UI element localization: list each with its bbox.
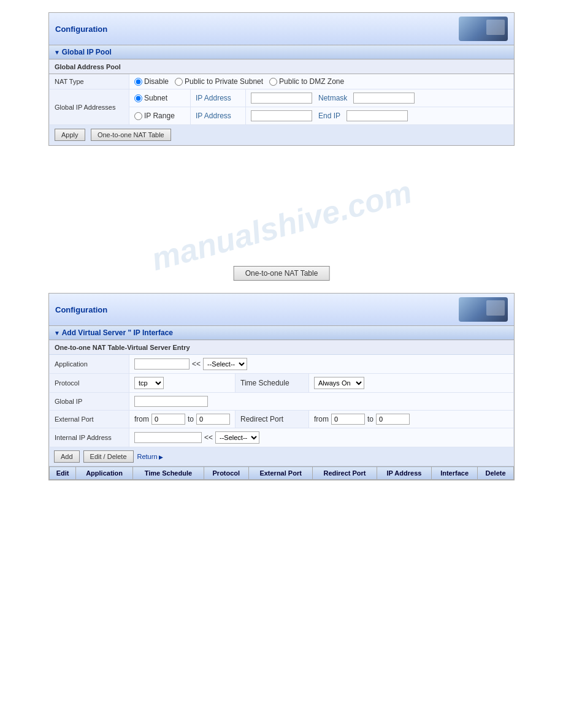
redirect-port-value-cell: from to [309, 411, 514, 428]
add-button[interactable]: Add [54, 450, 80, 463]
vs-subtitle: One-to-one NAT Table-Virtual Server Entr… [55, 344, 190, 351]
nat-type-radio-group: Disable Public to Private Subnet Public … [134, 77, 508, 86]
time-schedule-value-cell: Always On Schedule 1 Schedule 2 [309, 374, 514, 393]
table-header-row: Global Address Pool [50, 60, 514, 74]
external-port-label-cell: External Port [50, 411, 129, 428]
section-header-2: Add Virtual Server " IP Interface [49, 326, 514, 340]
application-label-cell: Application [50, 355, 129, 374]
radio-disable-input[interactable] [134, 78, 142, 86]
redirect-port-to-input[interactable] [376, 414, 410, 425]
config-header-2: Configuration [49, 294, 514, 326]
application-value-cell: << --Select-- [129, 355, 514, 374]
col-delete: Delete [478, 467, 514, 480]
nat-table-button-1[interactable]: One-to-one NAT Table [91, 129, 171, 141]
subnet-ip-netmask-cell: Netmask [246, 89, 514, 107]
ports-row: External Port from to Redirect Port from [50, 411, 514, 428]
col-edit: Edit [50, 467, 76, 480]
internal-ip-input[interactable] [134, 432, 202, 443]
internal-ip-select[interactable]: --Select-- [215, 431, 259, 444]
config-header-icon-1 [459, 17, 508, 41]
nat-type-label-cell: NAT Type [50, 74, 129, 89]
global-ip-label-cell-2: Global IP [50, 393, 129, 411]
application-input[interactable] [134, 358, 190, 370]
subnet-radio-cell: Subnet [129, 89, 191, 107]
radio-public-dmz-input[interactable] [269, 78, 277, 86]
watermark-container: manualshive.com One-to-one NAT Table [48, 158, 515, 293]
watermark-text: manualshive.com [147, 173, 415, 278]
config-header-1: Configuration [49, 13, 514, 45]
apply-row: Apply One-to-one NAT Table [50, 125, 514, 145]
ip-address-label-cell-1: IP Address [191, 89, 246, 107]
radio-disable[interactable]: Disable [134, 77, 169, 86]
redirect-port-label-cell: Redirect Port [236, 411, 309, 428]
protocol-time-row: Protocol tcp udp both Time Schedule Alwa… [50, 374, 514, 393]
redirect-port-group: from to [314, 414, 508, 425]
results-table-header-row: Edit Application Time Schedule Protocol … [50, 467, 514, 480]
subnet-radio-input[interactable] [134, 94, 142, 102]
ip-range-start-input[interactable] [251, 110, 312, 121]
apply-button[interactable]: Apply [55, 129, 85, 141]
time-schedule-select[interactable]: Always On Schedule 1 Schedule 2 [314, 377, 364, 389]
ip-range-inputs-cell: End IP [246, 107, 514, 125]
radio-public-private-input[interactable] [175, 78, 183, 86]
subnet-ip-input[interactable] [251, 93, 312, 104]
config-title-2: Configuration [55, 305, 107, 314]
page-wrapper: Configuration Global IP Pool Global Addr… [0, 0, 563, 728]
config-header-icon-2 [459, 297, 508, 322]
vs-subtitle-row: One-to-one NAT Table-Virtual Server Entr… [50, 341, 514, 355]
application-row: Application << --Select-- [50, 355, 514, 374]
radio-public-dmz[interactable]: Public to DMZ Zone [269, 77, 344, 86]
global-ip-row: Global IP Addresses Subnet IP Address Ne… [50, 89, 514, 107]
config-panel-1: Configuration Global IP Pool Global Addr… [48, 12, 515, 146]
ip-range-radio[interactable]: IP Range [134, 112, 185, 120]
internal-ip-value-cell: << --Select-- [129, 428, 514, 447]
external-port-value-cell: from to [129, 411, 236, 428]
col-ip-address: IP Address [377, 467, 431, 480]
nat-table-button-center[interactable]: One-to-one NAT Table [234, 266, 330, 281]
external-port-group: from to [134, 414, 230, 425]
global-ip-label-cell: Global IP Addresses [50, 89, 129, 125]
netmask-input[interactable] [353, 93, 415, 104]
internal-ip-row: Internal IP Address << --Select-- [50, 428, 514, 447]
col-application: Application [76, 467, 133, 480]
table-header-text: Global Address Pool [55, 63, 121, 70]
ip-range-radio-cell: IP Range [129, 107, 191, 125]
nat-type-row: NAT Type Disable Public to Private Subne… [50, 74, 514, 89]
col-redirect-port: Redirect Port [313, 467, 377, 480]
edit-delete-button[interactable]: Edit / Delete [83, 450, 134, 463]
global-ip-value-cell [129, 393, 514, 411]
global-ip-input[interactable] [134, 396, 208, 407]
application-select[interactable]: --Select-- [203, 358, 247, 370]
action-row: Add Edit / Delete Return [49, 447, 514, 466]
ip-address-label-cell-2: IP Address [191, 107, 246, 125]
global-ip-pool-table: Global Address Pool NAT Type Disable [49, 59, 514, 145]
col-protocol: Protocol [204, 467, 249, 480]
protocol-select[interactable]: tcp udp both [134, 377, 164, 389]
nat-type-value-cell: Disable Public to Private Subnet Public … [129, 74, 514, 89]
col-interface: Interface [432, 467, 478, 480]
redirect-port-from-input[interactable] [331, 414, 365, 425]
return-link[interactable]: Return [137, 453, 164, 460]
external-port-to-input[interactable] [196, 414, 230, 425]
config-title-1: Configuration [55, 25, 107, 34]
section-header-1: Global IP Pool [49, 45, 514, 59]
protocol-label-cell: Protocol [50, 374, 129, 393]
external-port-from-input[interactable] [151, 414, 185, 425]
config-panel-2: Configuration Add Virtual Server " IP In… [48, 293, 515, 480]
radio-public-private[interactable]: Public to Private Subnet [175, 77, 263, 86]
apply-cell: Apply One-to-one NAT Table [50, 125, 514, 145]
virtual-server-table: One-to-one NAT Table-Virtual Server Entr… [49, 340, 514, 447]
global-ip-row-2: Global IP [50, 393, 514, 411]
subnet-radio[interactable]: Subnet [134, 94, 185, 102]
col-time-schedule: Time Schedule [133, 467, 204, 480]
ip-range-end-input[interactable] [347, 110, 408, 121]
ip-range-radio-input[interactable] [134, 112, 142, 120]
time-schedule-label-cell: Time Schedule [236, 374, 309, 393]
results-table: Edit Application Time Schedule Protocol … [49, 466, 514, 480]
protocol-value-cell: tcp udp both [129, 374, 236, 393]
col-external-port: External Port [249, 467, 313, 480]
internal-ip-label-cell: Internal IP Address [50, 428, 129, 447]
